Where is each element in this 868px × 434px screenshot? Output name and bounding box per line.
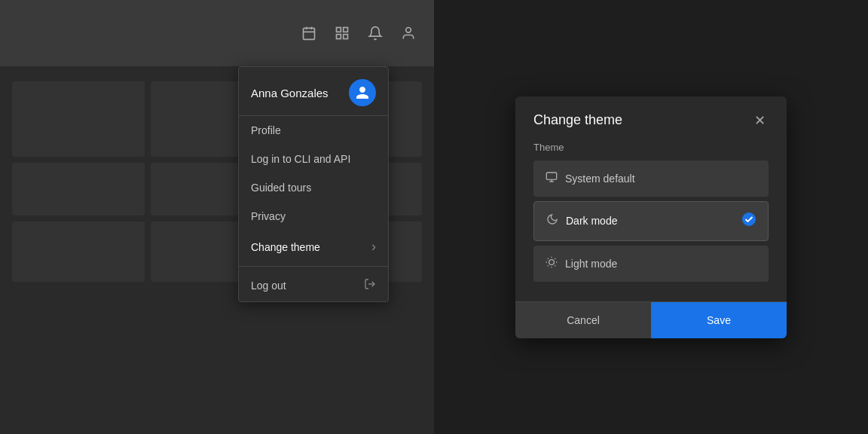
svg-point-8: [406, 28, 411, 33]
dropdown-item-change-theme[interactable]: Change theme ›: [239, 231, 388, 263]
svg-rect-4: [337, 28, 341, 32]
dropdown-item-guided-tours[interactable]: Guided tours: [239, 173, 388, 202]
logout-icon: [364, 278, 376, 293]
dropdown-divider: [239, 266, 388, 267]
svg-rect-7: [344, 35, 348, 39]
content-block-1: [12, 81, 145, 157]
bell-icon[interactable]: [365, 23, 386, 44]
svg-point-13: [742, 212, 756, 226]
dropdown-item-profile[interactable]: Profile: [239, 116, 388, 145]
top-bar: [0, 0, 434, 66]
left-panel: Anna Gonzales Profile Log in to CLI and …: [0, 0, 434, 434]
change-theme-modal: Change theme ✕ Theme System default: [515, 96, 787, 338]
user-dropdown-menu: Anna Gonzales Profile Log in to CLI and …: [238, 66, 389, 302]
svg-line-21: [548, 265, 549, 266]
svg-line-22: [555, 258, 555, 258]
modal-footer: Cancel Save: [515, 301, 787, 338]
dropdown-item-logout[interactable]: Log out: [239, 270, 388, 301]
theme-option-light-mode[interactable]: Light mode: [533, 246, 769, 282]
modal-header: Change theme ✕: [515, 96, 787, 142]
theme-option-dark-mode[interactable]: Dark mode: [533, 201, 769, 241]
dropdown-item-privacy[interactable]: Privacy: [239, 202, 388, 231]
svg-rect-6: [337, 35, 341, 39]
modal-title: Change theme: [533, 112, 622, 128]
modal-body: Theme System default: [515, 142, 787, 301]
svg-line-18: [555, 265, 555, 266]
theme-option-system-default[interactable]: System default: [533, 160, 769, 197]
user-icon[interactable]: [398, 23, 419, 44]
save-button[interactable]: Save: [651, 302, 787, 338]
right-panel: Change theme ✕ Theme System default: [434, 0, 868, 434]
dropdown-username: Anna Gonzales: [251, 87, 329, 99]
modal-close-button[interactable]: ✕: [750, 112, 769, 130]
selected-check-icon: [742, 212, 756, 230]
dropdown-item-cli-api[interactable]: Log in to CLI and API: [239, 145, 388, 173]
cursor-indicator: ›: [371, 239, 376, 255]
theme-label: Theme: [533, 142, 769, 153]
cancel-button[interactable]: Cancel: [515, 302, 651, 338]
grid-icon[interactable]: [332, 23, 353, 44]
avatar: [349, 79, 376, 106]
sun-icon: [546, 256, 558, 271]
moon-icon: [546, 213, 558, 228]
calendar-icon[interactable]: [298, 23, 319, 44]
svg-rect-5: [344, 28, 348, 32]
dropdown-header: Anna Gonzales: [239, 67, 388, 116]
monitor-icon: [546, 171, 558, 186]
svg-point-14: [549, 259, 555, 264]
content-block-7: [12, 222, 145, 282]
svg-rect-10: [546, 173, 556, 179]
svg-rect-0: [304, 28, 315, 39]
svg-line-17: [548, 258, 549, 258]
content-block-4: [12, 163, 145, 215]
